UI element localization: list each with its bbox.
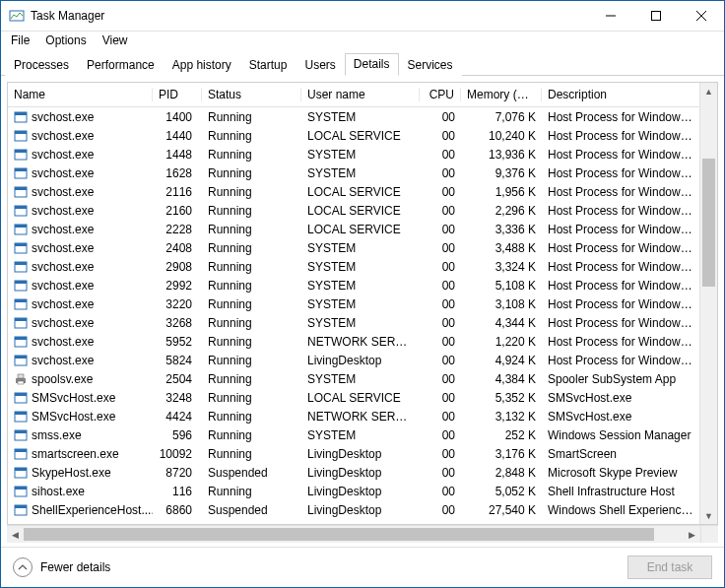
- scroll-down-arrow-icon[interactable]: ▼: [700, 507, 717, 524]
- svg-rect-41: [15, 430, 27, 433]
- process-description: Host Process for Windows Serv: [542, 110, 699, 124]
- table-row[interactable]: svchost.exe1448RunningSYSTEM0013,936 KHo…: [8, 145, 699, 163]
- table-row[interactable]: svchost.exe2992RunningSYSTEM005,108 KHos…: [8, 276, 699, 294]
- table-row[interactable]: svchost.exe1400RunningSYSTEM007,076 KHos…: [8, 107, 699, 126]
- scroll-left-arrow-icon[interactable]: ◀: [7, 526, 24, 543]
- process-user: SYSTEM: [301, 148, 420, 162]
- table-row[interactable]: svchost.exe2160RunningLOCAL SERVICE002,2…: [8, 201, 699, 220]
- process-memory: 3,336 K: [461, 223, 542, 236]
- table-row[interactable]: smartscreen.exe10092RunningLivingDesktop…: [8, 444, 699, 463]
- scroll-thumb[interactable]: [702, 159, 715, 287]
- tab-details[interactable]: Details: [345, 53, 399, 76]
- table-row[interactable]: svchost.exe2116RunningLOCAL SERVICE001,9…: [8, 182, 699, 201]
- tab-performance[interactable]: Performance: [78, 54, 164, 76]
- process-icon: [14, 372, 28, 386]
- menu-file[interactable]: File: [11, 33, 30, 47]
- process-memory: 5,108 K: [461, 279, 542, 293]
- scroll-track[interactable]: [700, 99, 717, 507]
- process-status: Suspended: [202, 466, 301, 480]
- table-row[interactable]: ShellExperienceHost....6860SuspendedLivi…: [8, 500, 699, 519]
- table-row[interactable]: SMSvcHost.exe3248RunningLOCAL SERVICE005…: [8, 388, 699, 407]
- table-row[interactable]: svchost.exe3268RunningSYSTEM004,344 KHos…: [8, 313, 699, 332]
- end-task-button[interactable]: End task: [627, 555, 712, 579]
- process-user: SYSTEM: [301, 279, 420, 293]
- menu-view[interactable]: View: [102, 33, 128, 47]
- close-button[interactable]: [679, 1, 724, 31]
- maximize-button[interactable]: [633, 1, 679, 31]
- process-user: NETWORK SERVICE: [301, 335, 420, 349]
- process-icon: [14, 148, 28, 162]
- process-status: Running: [202, 260, 301, 274]
- process-cpu: 00: [420, 503, 461, 517]
- col-header-description[interactable]: Description: [542, 88, 699, 101]
- hscroll-track[interactable]: [24, 526, 684, 543]
- table-row[interactable]: svchost.exe1440RunningLOCAL SERVICE0010,…: [8, 126, 699, 145]
- table-row[interactable]: SMSvcHost.exe4424RunningNETWORK SERVICE0…: [8, 407, 699, 425]
- process-pid: 596: [153, 428, 202, 442]
- tab-app-history[interactable]: App history: [164, 54, 240, 76]
- process-pid: 10092: [153, 447, 202, 461]
- col-header-user[interactable]: User name: [301, 88, 420, 101]
- vertical-scrollbar[interactable]: ▲ ▼: [699, 83, 717, 524]
- table-row[interactable]: spoolsv.exe2504RunningSYSTEM004,384 KSpo…: [8, 369, 699, 388]
- process-description: Host Process for Windows Serv: [542, 279, 699, 293]
- col-header-status[interactable]: Status: [202, 88, 301, 101]
- col-header-cpu[interactable]: CPU: [420, 88, 461, 101]
- svg-rect-22: [15, 262, 27, 265]
- tab-services[interactable]: Services: [399, 54, 462, 76]
- process-icon: [14, 279, 28, 293]
- horizontal-scrollbar[interactable]: ◀ ▶: [7, 525, 718, 543]
- process-icon: [14, 391, 28, 405]
- process-name: svchost.exe: [32, 110, 94, 124]
- process-description: Spooler SubSystem App: [542, 372, 699, 386]
- col-header-name[interactable]: Name: [8, 88, 153, 101]
- table-row[interactable]: svchost.exe5824RunningLivingDesktop004,9…: [8, 351, 699, 369]
- process-cpu: 00: [420, 241, 461, 255]
- fewer-details-button[interactable]: Fewer details: [13, 557, 110, 577]
- process-user: SYSTEM: [301, 110, 420, 124]
- col-header-memory[interactable]: Memory (pri...: [461, 88, 542, 101]
- table-row[interactable]: svchost.exe2908RunningSYSTEM003,324 KHos…: [8, 257, 699, 276]
- process-memory: 1,220 K: [461, 335, 542, 349]
- process-name: svchost.exe: [32, 148, 94, 162]
- footer: Fewer details End task: [1, 547, 724, 587]
- process-cpu: 00: [420, 316, 461, 330]
- table-row[interactable]: sihost.exe116RunningLivingDesktop005,052…: [8, 482, 699, 500]
- process-memory: 3,176 K: [461, 447, 542, 461]
- process-icon: [14, 129, 28, 143]
- svg-rect-20: [15, 243, 27, 246]
- process-cpu: 00: [420, 410, 461, 424]
- process-icon: [14, 185, 28, 199]
- process-user: LOCAL SERVICE: [301, 204, 420, 218]
- process-cpu: 00: [420, 447, 461, 461]
- svg-rect-6: [15, 112, 27, 115]
- process-description: SMSvcHost.exe: [542, 410, 699, 424]
- process-user: NETWORK SERVICE: [301, 410, 420, 424]
- process-memory: 3,488 K: [461, 241, 542, 255]
- minimize-button[interactable]: [588, 1, 633, 31]
- table-row[interactable]: svchost.exe5952RunningNETWORK SERVICE001…: [8, 332, 699, 351]
- col-header-pid[interactable]: PID: [153, 88, 202, 101]
- table-row[interactable]: svchost.exe1628RunningSYSTEM009,376 KHos…: [8, 163, 699, 182]
- process-icon: [14, 447, 28, 461]
- hscroll-thumb[interactable]: [24, 528, 654, 541]
- table-row[interactable]: svchost.exe2408RunningSYSTEM003,488 KHos…: [8, 238, 699, 257]
- tab-processes[interactable]: Processes: [5, 54, 78, 76]
- table-row[interactable]: svchost.exe3220RunningSYSTEM003,108 KHos…: [8, 294, 699, 313]
- process-cpu: 00: [420, 372, 461, 386]
- tab-startup[interactable]: Startup: [240, 54, 297, 76]
- scroll-right-arrow-icon[interactable]: ▶: [684, 526, 700, 543]
- svg-rect-30: [15, 337, 27, 340]
- process-description: Host Process for Windows Serv: [542, 316, 699, 330]
- svg-rect-49: [15, 505, 27, 508]
- process-icon: [14, 410, 28, 424]
- table-row[interactable]: smss.exe596RunningSYSTEM00252 KWindows S…: [8, 425, 699, 444]
- scroll-up-arrow-icon[interactable]: ▲: [700, 83, 717, 99]
- process-description: Host Process for Windows Serv: [542, 204, 699, 218]
- menu-options[interactable]: Options: [45, 33, 86, 47]
- tab-users[interactable]: Users: [296, 54, 344, 76]
- process-pid: 2160: [153, 204, 202, 218]
- process-user: SYSTEM: [301, 372, 420, 386]
- table-row[interactable]: svchost.exe2228RunningLOCAL SERVICE003,3…: [8, 220, 699, 238]
- table-row[interactable]: SkypeHost.exe8720SuspendedLivingDesktop0…: [8, 463, 699, 482]
